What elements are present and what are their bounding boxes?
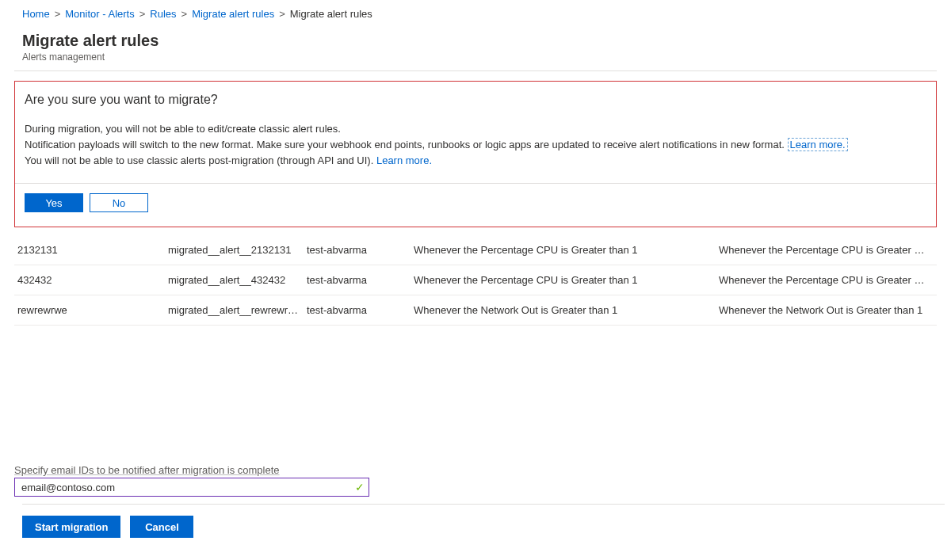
divider <box>15 183 936 184</box>
rules-table: 2132131 migrated__alert__2132131 test-ab… <box>14 235 937 326</box>
cell-condition-2: Whenever the Network Out is Greater than… <box>719 304 934 316</box>
confirm-line-3: You will not be able to use classic aler… <box>25 154 376 166</box>
cell-resource: test-abvarma <box>307 274 414 286</box>
breadcrumb-link-migrate-alert-rules[interactable]: Migrate alert rules <box>192 8 274 20</box>
email-field[interactable] <box>14 478 369 497</box>
cell-classic-name: rewrewrwe <box>17 304 168 316</box>
confirm-migration-panel: Are you sure you want to migrate? During… <box>14 81 937 227</box>
breadcrumb-separator: > <box>279 8 285 20</box>
breadcrumb-current: Migrate alert rules <box>290 8 372 20</box>
no-button[interactable]: No <box>90 193 148 212</box>
start-migration-button[interactable]: Start migration <box>22 516 120 538</box>
cancel-button[interactable]: Cancel <box>130 516 193 538</box>
table-row[interactable]: rewrewrwe migrated__alert__rewrewrwe tes… <box>14 295 937 326</box>
breadcrumb: Home > Monitor - Alerts > Rules > Migrat… <box>14 0 937 29</box>
breadcrumb-link-monitor-alerts[interactable]: Monitor - Alerts <box>65 8 134 20</box>
cell-resource: test-abvarma <box>307 244 414 256</box>
learn-more-link-payload[interactable]: Learn more. <box>788 138 848 151</box>
breadcrumb-separator: > <box>139 8 146 20</box>
breadcrumb-link-home[interactable]: Home <box>22 8 50 20</box>
breadcrumb-link-rules[interactable]: Rules <box>150 8 176 20</box>
confirm-body: During migration, you will not be able t… <box>25 121 926 169</box>
page-subtitle: Alerts management <box>22 51 929 63</box>
page-header: Migrate alert rules Alerts management <box>14 29 937 71</box>
cell-classic-name: 432432 <box>17 274 168 286</box>
breadcrumb-separator: > <box>181 8 188 20</box>
page-title: Migrate alert rules <box>22 32 929 50</box>
cell-condition-2: Whenever the Percentage CPU is Greater t… <box>719 244 934 256</box>
table-row[interactable]: 432432 migrated__alert__432432 test-abva… <box>14 265 937 295</box>
cell-migrated-name: migrated__alert__432432 <box>168 274 307 286</box>
cell-condition-1: Whenever the Network Out is Greater than… <box>414 304 719 316</box>
learn-more-link-classic-alerts[interactable]: Learn more. <box>376 154 432 166</box>
confirm-line-2: Notification payloads will switch to the… <box>25 139 788 150</box>
cell-migrated-name: migrated__alert__rewrewrwe <box>168 304 307 316</box>
breadcrumb-separator: > <box>55 8 61 20</box>
cell-condition-1: Whenever the Percentage CPU is Greater t… <box>414 274 719 286</box>
bottom-action-bar: Start migration Cancel <box>22 504 945 538</box>
cell-condition-1: Whenever the Percentage CPU is Greater t… <box>414 244 719 256</box>
confirm-title: Are you sure you want to migrate? <box>25 93 926 107</box>
cell-resource: test-abvarma <box>307 304 414 316</box>
cell-migrated-name: migrated__alert__2132131 <box>168 244 307 256</box>
confirm-line-1: During migration, you will not be able t… <box>25 121 926 137</box>
email-label: Specify email IDs to be notified after m… <box>14 464 280 476</box>
cell-classic-name: 2132131 <box>17 244 168 256</box>
yes-button[interactable]: Yes <box>25 193 83 212</box>
table-row[interactable]: 2132131 migrated__alert__2132131 test-ab… <box>14 235 937 265</box>
cell-condition-2: Whenever the Percentage CPU is Greater t… <box>719 274 934 286</box>
